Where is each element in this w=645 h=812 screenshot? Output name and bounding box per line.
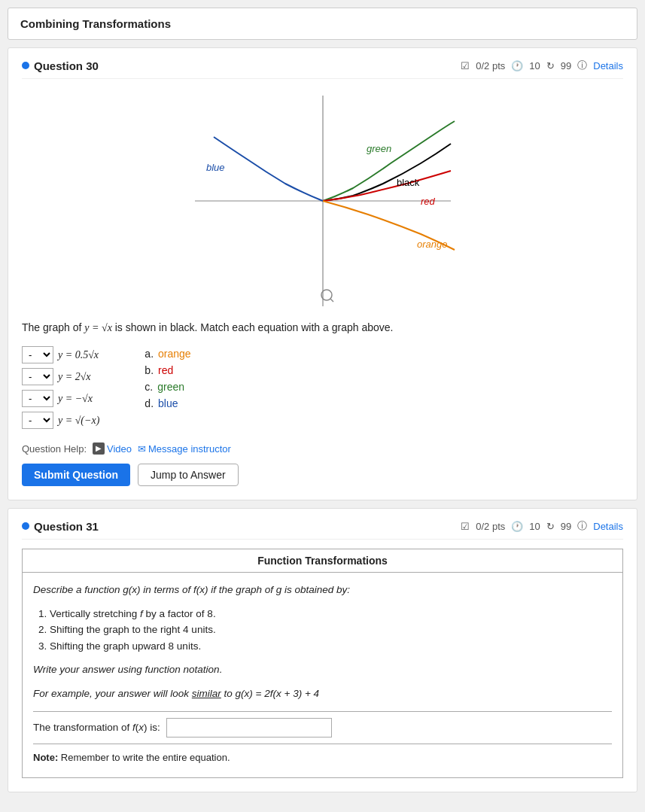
question-31-title: Question 31	[22, 520, 99, 533]
video-link[interactable]: ▶ Video	[93, 442, 132, 455]
match-table: - a b c d y = 0.5√x - a b c d	[22, 346, 623, 429]
q31-retry: 99	[561, 521, 571, 532]
q31-info-icon: ⓘ	[577, 519, 587, 533]
match-eq-1: y = 0.5√x	[58, 349, 99, 361]
func-describe: Describe a function g(x) in terms of f(x…	[33, 582, 612, 598]
svg-line-8	[330, 299, 333, 302]
video-label: Video	[107, 443, 132, 455]
q30-timer: 10	[529, 60, 540, 71]
question-31-label: Question 31	[34, 520, 99, 533]
match-option-a: a. orange	[145, 348, 190, 360]
question-31-header: Question 31 ☑ 0/2 pts 🕐 10 ↻ 99 ⓘ Detail…	[22, 519, 623, 540]
match-eq-3: y = −√x	[58, 393, 93, 405]
match-option-b: b. red	[145, 364, 190, 376]
question-30-label: Question 30	[34, 59, 99, 72]
message-link[interactable]: ✉ Message instructor	[138, 443, 231, 455]
match-option-b-label: red	[158, 364, 173, 376]
message-label: Message instructor	[148, 443, 231, 455]
match-option-d: d. blue	[145, 397, 190, 409]
q30-details-link[interactable]: Details	[593, 60, 623, 71]
question-30-block: Question 30 ☑ 0/2 pts 🕐 10 ↻ 99 ⓘ Detail…	[8, 47, 637, 500]
match-row-4: - a b c d y = √(−x)	[22, 412, 99, 429]
match-left-col: - a b c d y = 0.5√x - a b c d	[22, 346, 99, 429]
svg-text:black: black	[397, 177, 420, 188]
q30-retry-icon: ↻	[546, 60, 555, 71]
question-31-block: Question 31 ☑ 0/2 pts 🕐 10 ↻ 99 ⓘ Detail…	[8, 508, 637, 792]
graph-description: The graph of y = √x is shown in black. M…	[22, 320, 623, 336]
q30-retry: 99	[561, 60, 571, 71]
question-30-dot	[22, 62, 29, 69]
submit-question-button[interactable]: Submit Question	[22, 464, 130, 486]
question-help: Question Help: ▶ Video ✉ Message instruc…	[22, 442, 623, 455]
func-box-title: Function Transformations	[23, 549, 622, 573]
note-row: Note: Remember to write the entire equat…	[33, 744, 612, 769]
transform-row: The transformation of f(x) is:	[33, 711, 612, 744]
note-text: Note: Remember to write the entire equat…	[33, 752, 230, 763]
mail-icon: ✉	[138, 443, 146, 455]
question-30-title: Question 30	[22, 59, 99, 72]
section-header: Combining Transformations	[8, 8, 637, 40]
match-right-col: a. orange b. red c. green d. blue	[145, 348, 190, 429]
match-option-b-letter: b.	[145, 364, 154, 376]
q30-info-icon: ⓘ	[577, 59, 587, 72]
q30-pts: 0/2 pts	[476, 60, 505, 71]
func-step-1: Vertically stretching f by a factor of 8…	[50, 606, 612, 622]
match-select-4[interactable]: - a b c d	[22, 412, 53, 429]
q31-timer: 10	[529, 521, 540, 532]
question-31-meta: ☑ 0/2 pts 🕐 10 ↻ 99 ⓘ Details	[461, 519, 623, 533]
q30-clock-icon: 🕐	[511, 60, 523, 71]
jump-to-answer-button[interactable]: Jump to Answer	[138, 464, 239, 486]
svg-text:red: red	[421, 196, 436, 207]
svg-text:blue: blue	[206, 162, 225, 173]
example-text: For example, your answer will look simil…	[33, 686, 612, 702]
q31-pts: 0/2 pts	[476, 521, 505, 532]
write-answer-label: Write your answer using function notatio…	[33, 661, 612, 678]
match-row-2: - a b c d y = 2√x	[22, 368, 99, 385]
match-option-d-label: blue	[158, 397, 178, 409]
match-eq-2: y = 2√x	[58, 371, 91, 383]
q31-details-link[interactable]: Details	[593, 521, 623, 532]
svg-text:orange: orange	[417, 239, 447, 250]
q30-check-icon: ☑	[461, 60, 470, 71]
match-option-a-letter: a.	[145, 348, 154, 360]
match-select-1[interactable]: - a b c d	[22, 346, 53, 363]
button-row-q30: Submit Question Jump to Answer	[22, 464, 623, 486]
math-eq-desc: y = √x	[84, 322, 112, 333]
question-30-meta: ☑ 0/2 pts 🕐 10 ↻ 99 ⓘ Details	[461, 59, 623, 72]
svg-text:green: green	[367, 143, 391, 154]
transform-input[interactable]	[166, 718, 332, 737]
q31-clock-icon: 🕐	[511, 521, 523, 532]
match-option-c-label: green	[157, 381, 184, 393]
section-title: Combining Transformations	[20, 17, 171, 30]
match-select-2[interactable]: - a b c d	[22, 368, 53, 385]
match-option-c: c. green	[145, 381, 190, 393]
match-option-a-label: orange	[158, 348, 191, 360]
graph-svg: green black red orange blue	[187, 88, 458, 314]
q31-check-icon: ☑	[461, 521, 470, 532]
video-icon: ▶	[93, 442, 105, 455]
func-box-body: Describe a function g(x) in terms of f(x…	[23, 573, 622, 777]
match-option-c-letter: c.	[145, 381, 153, 393]
help-label: Question Help:	[22, 443, 87, 455]
q31-retry-icon: ↻	[546, 521, 555, 532]
transform-label: The transformation of f(x) is:	[33, 719, 160, 736]
question-31-dot	[22, 522, 29, 530]
question-30-header: Question 30 ☑ 0/2 pts 🕐 10 ↻ 99 ⓘ Detail…	[22, 59, 623, 79]
match-row-3: - a b c d y = −√x	[22, 390, 99, 407]
func-step-2: Shifting the graph to the right 4 units.	[50, 622, 612, 638]
match-row-1: - a b c d y = 0.5√x	[22, 346, 99, 363]
func-steps-list: Vertically stretching f by a factor of 8…	[50, 606, 612, 655]
function-transformations-box: Function Transformations Describe a func…	[22, 549, 623, 778]
match-option-d-letter: d.	[145, 397, 154, 409]
graph-container: green black red orange blue	[22, 88, 623, 314]
match-select-3[interactable]: - a b c d	[22, 390, 53, 407]
func-step-3: Shifting the graph upward 8 units.	[50, 638, 612, 655]
match-eq-4: y = √(−x)	[58, 415, 99, 427]
